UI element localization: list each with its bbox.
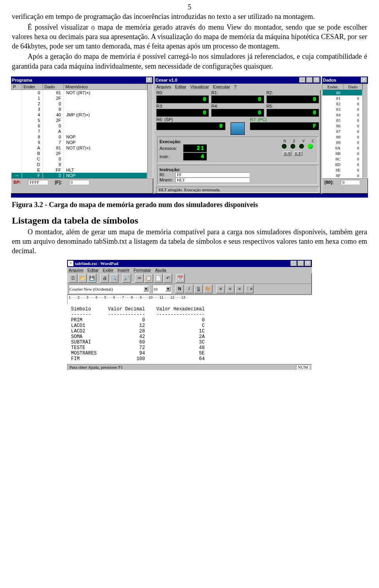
table-row[interactable]: 7A bbox=[11, 129, 147, 134]
size-combo[interactable]: 10▾ bbox=[152, 285, 171, 293]
save-icon[interactable]: 💾 bbox=[88, 274, 96, 283]
menu-item[interactable]: Inserir bbox=[118, 268, 130, 273]
align-left-icon[interactable]: ≡ bbox=[216, 285, 225, 293]
find-icon[interactable]: 🔎 bbox=[122, 274, 131, 283]
btn-0-f[interactable]: 0..F bbox=[294, 151, 302, 156]
table-row[interactable]: 860 bbox=[323, 123, 362, 129]
menu-item[interactable]: Formatar bbox=[133, 268, 151, 273]
chevron-down-icon[interactable]: ▾ bbox=[166, 286, 171, 291]
scrollbar[interactable] bbox=[147, 84, 153, 178]
preview-icon[interactable]: 🔍 bbox=[110, 274, 118, 283]
table-row[interactable]: →F0NOP bbox=[11, 173, 147, 178]
table-row[interactable]: C0 bbox=[11, 156, 147, 162]
wordpad-toolbar-2[interactable]: Courier New (Ocidental)▾ 10▾ N I S 🎨 ≡ ≡… bbox=[67, 284, 312, 295]
table-row[interactable]: 80NOP bbox=[11, 134, 147, 140]
close-icon[interactable] bbox=[146, 77, 152, 83]
cut-icon[interactable]: ✂ bbox=[135, 274, 144, 283]
close-icon[interactable] bbox=[305, 261, 311, 266]
table-row[interactable]: A81NOT ((R7)+) bbox=[11, 145, 147, 151]
table-row[interactable]: 80 bbox=[323, 90, 362, 96]
table-row[interactable]: 870 bbox=[323, 129, 362, 134]
table-row[interactable]: 20 bbox=[11, 101, 147, 106]
menu-item[interactable]: Arquivo bbox=[156, 84, 171, 89]
table-row[interactable]: 8F0 bbox=[323, 173, 362, 178]
menu-item[interactable]: Editar bbox=[175, 84, 186, 89]
col-header[interactable]: Ender. bbox=[323, 84, 344, 90]
menu-item[interactable]: Executar bbox=[213, 84, 230, 89]
mnem-field[interactable]: HLT bbox=[175, 177, 250, 182]
table-row[interactable]: EFFHLT bbox=[11, 167, 147, 173]
table-row[interactable]: 8A0 bbox=[323, 145, 362, 151]
table-row[interactable]: 440JMP ((R7)+) bbox=[11, 112, 147, 118]
table-row[interactable]: 830 bbox=[323, 106, 362, 112]
col-header[interactable]: Dado bbox=[43, 84, 64, 90]
table-row[interactable]: B2F bbox=[11, 151, 147, 156]
color-icon[interactable]: 🎨 bbox=[204, 285, 212, 293]
maximize-icon[interactable] bbox=[306, 77, 313, 83]
ri-field[interactable]: FF bbox=[175, 172, 250, 177]
table-row[interactable]: 12F bbox=[11, 95, 147, 101]
table-row[interactable]: 60 bbox=[11, 123, 147, 129]
wordpad-body[interactable]: Símbolo Valor Decimal Valor Hexadecimal … bbox=[67, 304, 312, 364]
table-row[interactable]: 890 bbox=[323, 140, 362, 145]
table-row[interactable]: 97NOP bbox=[11, 140, 147, 145]
close-icon[interactable] bbox=[313, 77, 320, 83]
cesar-menubar[interactable]: ArquivoEditarVisualizarExecutar? bbox=[155, 84, 321, 90]
copy-icon[interactable]: 📋 bbox=[144, 274, 153, 283]
table-row[interactable]: 8B0 bbox=[323, 151, 362, 156]
menu-item[interactable]: Exibir bbox=[103, 268, 114, 273]
minimize-icon[interactable] bbox=[299, 77, 306, 83]
computer-icon[interactable] bbox=[231, 122, 245, 135]
table-row[interactable]: 840 bbox=[323, 112, 362, 118]
date-icon[interactable]: 📅 bbox=[176, 274, 185, 283]
instrucao-label: Instrução: bbox=[159, 167, 316, 172]
col-header[interactable]: P bbox=[11, 84, 22, 90]
table-row[interactable]: D8 bbox=[11, 162, 147, 167]
menu-item[interactable]: Ajuda bbox=[155, 268, 166, 273]
wordpad-toolbar-1[interactable]: 🗋 📂 💾 🖨 🔍 🔎 ✂ 📋 📄 ↶ 📅 bbox=[67, 273, 312, 284]
table-row[interactable]: 850 bbox=[323, 118, 362, 123]
wordpad-menubar[interactable]: ArquivoEditarExibirInserirFormatarAjuda bbox=[67, 267, 312, 273]
chevron-down-icon[interactable]: ▾ bbox=[144, 286, 148, 291]
align-center-icon[interactable]: ≡ bbox=[226, 285, 235, 293]
bp-field[interactable]: FFFF bbox=[28, 180, 48, 185]
r3-display: 0 bbox=[156, 109, 209, 117]
open-icon[interactable]: 📂 bbox=[78, 274, 87, 283]
paste-icon[interactable]: 📄 bbox=[154, 274, 163, 283]
new-icon[interactable]: 🗋 bbox=[69, 274, 77, 283]
menu-item[interactable]: Arquivo bbox=[69, 268, 83, 273]
col-header[interactable]: Dado bbox=[343, 84, 362, 90]
table-row[interactable]: 810 bbox=[323, 95, 362, 101]
table-row[interactable]: 38 bbox=[11, 106, 147, 112]
table-row[interactable]: 8C0 bbox=[323, 156, 362, 162]
align-right-icon[interactable]: ≡ bbox=[235, 285, 244, 293]
table-row[interactable]: 8D0 bbox=[323, 162, 362, 167]
bullets-icon[interactable]: ⋮≡ bbox=[245, 285, 253, 293]
menu-item[interactable]: Visualizar bbox=[190, 84, 209, 89]
print-icon[interactable]: 🖨 bbox=[100, 274, 109, 283]
table-row[interactable]: 52F bbox=[11, 118, 147, 123]
table-row[interactable]: 820 bbox=[323, 101, 362, 106]
undo-icon[interactable]: ↶ bbox=[163, 274, 172, 283]
col-header[interactable]: Mnemônico bbox=[64, 84, 147, 90]
mnem-label: Mnem: bbox=[159, 177, 175, 182]
bold-icon[interactable]: N bbox=[175, 285, 184, 293]
menu-item[interactable]: Editar bbox=[87, 268, 99, 273]
font-combo[interactable]: Courier New (Ocidental)▾ bbox=[69, 285, 149, 293]
scrollbar[interactable] bbox=[362, 84, 368, 178]
f-field[interactable]: 0 bbox=[69, 180, 89, 185]
table-row[interactable]: 880 bbox=[323, 134, 362, 140]
col-header[interactable]: Ender. bbox=[22, 84, 43, 90]
table-row[interactable]: 8E0 bbox=[323, 167, 362, 173]
menu-item[interactable]: ? bbox=[234, 84, 236, 89]
italic-icon[interactable]: I bbox=[185, 285, 193, 293]
ruler[interactable]: 1 · · · 2 · · · 3 · · · 4 · · · 5 · · · … bbox=[67, 295, 312, 304]
maximize-icon[interactable] bbox=[298, 261, 304, 266]
btn-0-9[interactable]: 0..9 bbox=[283, 151, 291, 156]
table-row[interactable]: 081NOT ((R7)+) bbox=[11, 90, 147, 96]
reg-label: R4: bbox=[211, 103, 264, 109]
close-icon[interactable] bbox=[361, 77, 367, 83]
minimize-icon[interactable] bbox=[291, 261, 297, 266]
underline-icon[interactable]: S bbox=[194, 285, 203, 293]
dados-foot-field[interactable]: 0 bbox=[341, 180, 360, 185]
